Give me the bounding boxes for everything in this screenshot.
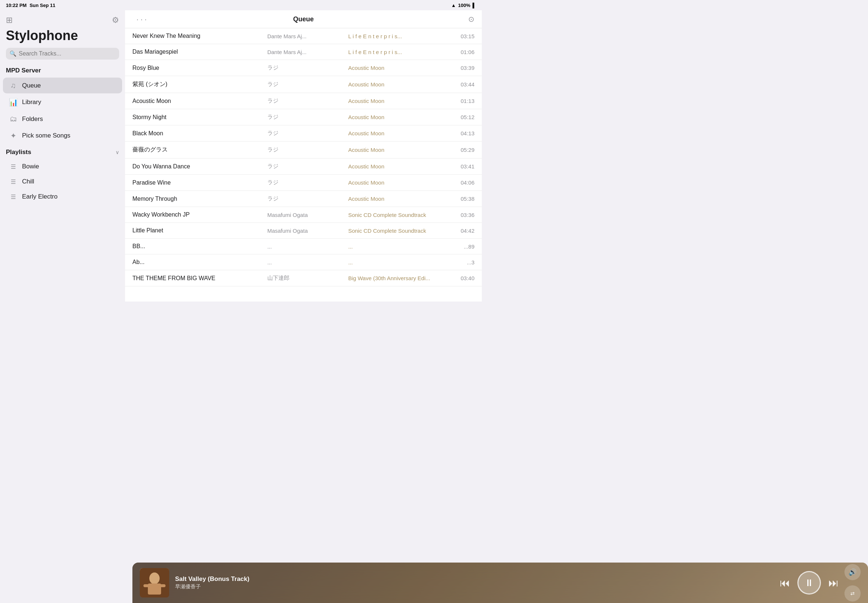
track-duration: 03:40	[456, 275, 475, 281]
gear-icon[interactable]: ⚙	[112, 15, 119, 25]
track-row[interactable]: Wacky Workbench JP Masafumi Ogata Sonic …	[125, 207, 482, 223]
search-input[interactable]	[19, 50, 116, 57]
track-row[interactable]: Stormy Night ラジ Acoustic Moon 05:12	[125, 109, 482, 125]
track-title: Do You Wanna Dance	[132, 163, 268, 170]
track-album: Acoustic Moon	[348, 163, 456, 170]
track-row[interactable]: BB... ... ... ...89	[125, 239, 482, 254]
track-duration: 04:06	[456, 179, 475, 186]
track-artist: ラジ	[268, 114, 348, 121]
track-artist: Masafumi Ogata	[268, 212, 348, 218]
pick-label: Pick some Songs	[22, 132, 70, 139]
playlist-label-bowie: Bowie	[22, 163, 39, 170]
track-list: Never Knew The Meaning Dante Mars Aj... …	[125, 28, 482, 302]
track-album: Acoustic Moon	[348, 179, 456, 186]
track-duration: ...3	[456, 259, 475, 266]
track-duration: 04:13	[456, 130, 475, 136]
track-duration: 05:12	[456, 114, 475, 120]
track-duration: 03:36	[456, 212, 475, 218]
track-row[interactable]: Ab... ... ... ...3	[125, 254, 482, 270]
search-icon: 🔍	[9, 50, 17, 57]
track-album: Big Wave (30th Anniversary Edi...	[348, 275, 456, 281]
track-duration: 03:41	[456, 163, 475, 170]
playlist-item-early-electro[interactable]: ☰ Early Electro	[3, 189, 122, 204]
track-duration: 01:13	[456, 98, 475, 104]
track-row[interactable]: Do You Wanna Dance ラジ Acoustic Moon 03:4…	[125, 158, 482, 175]
track-row[interactable]: Paradise Wine ラジ Acoustic Moon 04:06	[125, 175, 482, 191]
queue-label: Queue	[22, 82, 41, 89]
status-date: Sun Sep 11	[29, 3, 55, 8]
nav-item-queue[interactable]: ♫ Queue	[3, 77, 122, 93]
main-content: · · · Queue ⊙ Never Knew The Meaning Dan…	[125, 10, 482, 302]
playlist-label-early-electro: Early Electro	[22, 193, 57, 200]
top-bar-dots: · · ·	[132, 15, 151, 23]
track-row[interactable]: Rosy Blue ラジ Acoustic Moon 03:39	[125, 60, 482, 76]
playlists-header: Playlists ∨	[0, 147, 125, 159]
track-title: Rosy Blue	[132, 65, 268, 71]
track-row[interactable]: Acoustic Moon ラジ Acoustic Moon 01:13	[125, 93, 482, 109]
nav-item-library[interactable]: 📊 Library	[3, 94, 122, 110]
track-album: Acoustic Moon	[348, 130, 456, 136]
track-artist: ラジ	[268, 64, 348, 71]
track-album: Acoustic Moon	[348, 114, 456, 120]
track-row[interactable]: Das Mariagespiel Dante Mars Aj... L i f …	[125, 44, 482, 60]
pick-icon: ✦	[9, 131, 18, 140]
track-artist: ラジ	[268, 146, 348, 153]
track-title: BB...	[132, 243, 268, 250]
track-album: L i f e E n t e r p r i s...	[348, 33, 456, 39]
track-album: Acoustic Moon	[348, 196, 456, 202]
chevron-down-icon[interactable]: ∨	[116, 149, 119, 155]
track-duration: 04:42	[456, 227, 475, 234]
track-artist: 山下達郎	[268, 275, 348, 281]
track-album: ...	[348, 243, 456, 250]
folders-icon: 🗂	[9, 115, 18, 123]
track-artist: ラジ	[268, 163, 348, 170]
track-title: Wacky Workbench JP	[132, 212, 268, 218]
track-title: Ab...	[132, 259, 268, 266]
track-duration: ...89	[456, 243, 475, 250]
track-title: 薔薇のグラス	[132, 146, 268, 154]
playlist-label-chill: Chill	[22, 178, 34, 185]
track-artist: ラジ	[268, 195, 348, 202]
playlist-item-chill[interactable]: ☰ Chill	[3, 174, 122, 189]
playlists-label: Playlists	[6, 148, 31, 156]
folders-label: Folders	[22, 116, 43, 123]
track-row[interactable]: THE THEME FROM BIG WAVE 山下達郎 Big Wave (3…	[125, 270, 482, 286]
wifi-icon: ▲	[451, 3, 456, 8]
nav-item-pick[interactable]: ✦ Pick some Songs	[3, 128, 122, 144]
main-top-bar: · · · Queue ⊙	[125, 10, 482, 28]
track-row[interactable]: Black Moon ラジ Acoustic Moon 04:13	[125, 125, 482, 142]
library-label: Library	[22, 99, 41, 106]
track-album: Acoustic Moon	[348, 98, 456, 104]
sidebar-header: ⊞ ⚙	[0, 13, 125, 26]
nav-item-folders[interactable]: 🗂 Folders	[3, 111, 122, 127]
track-artist: ラジ	[268, 179, 348, 186]
status-bar: 10:22 PM Sun Sep 11 ▲ 100% ▌	[0, 0, 482, 10]
track-duration: 03:15	[456, 33, 475, 39]
track-title: Acoustic Moon	[132, 98, 268, 104]
track-title: Never Knew The Meaning	[132, 33, 268, 39]
library-icon: 📊	[9, 98, 18, 107]
track-artist: Dante Mars Aj...	[268, 33, 348, 39]
sidebar: ⊞ ⚙ Stylophone 🔍 MPD Server ♫ Queue 📊 Li…	[0, 10, 125, 302]
sidebar-toggle-icon[interactable]: ⊞	[6, 15, 12, 25]
track-row[interactable]: Little Planet Masafumi Ogata Sonic CD Co…	[125, 223, 482, 239]
track-artist: ラジ	[268, 81, 348, 88]
track-row[interactable]: 紫苑 (シオン) ラジ Acoustic Moon 03:44	[125, 76, 482, 93]
playlist-icon-early-electro: ☰	[9, 193, 18, 200]
playlist-item-bowie[interactable]: ☰ Bowie	[3, 159, 122, 174]
search-bar[interactable]: 🔍	[6, 48, 119, 60]
track-duration: 03:44	[456, 81, 475, 88]
ellipsis-circle-icon[interactable]: ⊙	[456, 15, 475, 23]
track-title: Black Moon	[132, 130, 268, 137]
track-row[interactable]: Never Knew The Meaning Dante Mars Aj... …	[125, 28, 482, 44]
track-row[interactable]: 薔薇のグラス ラジ Acoustic Moon 05:29	[125, 142, 482, 158]
track-title: Das Mariagespiel	[132, 48, 268, 55]
playlist-icon-bowie: ☰	[9, 163, 18, 170]
track-row[interactable]: Memory Through ラジ Acoustic Moon 05:38	[125, 191, 482, 207]
track-album: Sonic CD Complete Soundtrack	[348, 212, 456, 218]
track-duration: 01:06	[456, 49, 475, 55]
track-duration: 03:39	[456, 65, 475, 71]
queue-icon: ♫	[9, 81, 18, 90]
app-title: Stylophone	[0, 26, 125, 48]
track-artist: Masafumi Ogata	[268, 227, 348, 234]
